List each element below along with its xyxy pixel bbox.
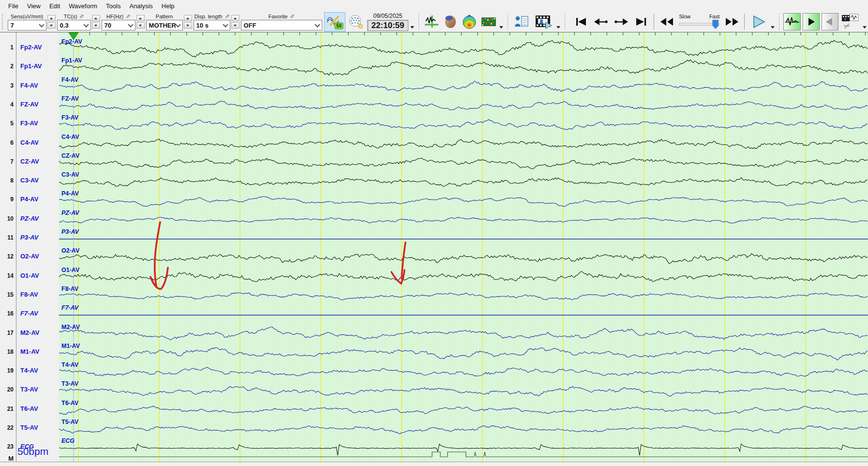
channel-label-pz-av[interactable]: PZ-AV	[20, 215, 39, 222]
waveform-review-button[interactable]	[422, 12, 440, 31]
edit-pencil-icon[interactable]: ✎	[289, 14, 294, 18]
review-modes-arrow[interactable]	[499, 26, 503, 29]
head-3d-map-button[interactable]	[441, 12, 459, 31]
datetime-options-arrow[interactable]	[410, 26, 414, 29]
pattern-spin-up[interactable]	[184, 15, 192, 21]
disp-length-group: Disp. length✎ 10 s	[194, 13, 239, 31]
edit-pencil-icon[interactable]: ✎	[79, 14, 84, 18]
channel-label-t4-av[interactable]: T4-AV	[20, 367, 38, 374]
video-button[interactable]	[532, 12, 554, 31]
speed-slider[interactable]: Slow Fast	[677, 13, 721, 31]
tc-combobox[interactable]: 0.3	[57, 20, 91, 30]
montage-settings-button[interactable]: ⚙	[346, 12, 366, 31]
speed-slider-track[interactable]	[679, 23, 719, 26]
rewind-button[interactable]	[658, 12, 675, 31]
record-time[interactable]: 22:10:59	[367, 20, 408, 31]
channel-number: 20	[1, 386, 14, 393]
step-back-button[interactable]	[591, 12, 611, 31]
channel-number: 17	[1, 330, 14, 336]
tc-spin-up[interactable]	[92, 15, 100, 21]
hf-combobox[interactable]: 70	[102, 20, 135, 30]
channel-label-f3-av[interactable]: F3-AV	[20, 120, 38, 127]
menu-view[interactable]: View	[23, 1, 45, 11]
channel-label-cz-av[interactable]: CZ-AV	[20, 158, 39, 165]
channel-label-o1-av[interactable]: O1-AV	[20, 272, 39, 279]
step-forward-button[interactable]	[612, 12, 631, 31]
ac-filter-50-button[interactable]: 50	[324, 12, 345, 31]
slow-label: Slow	[679, 14, 690, 19]
toolbar-grip[interactable]	[2, 14, 5, 30]
review-waveform-button[interactable]	[783, 13, 800, 30]
channel-label-t3-av[interactable]: T3-AV	[20, 386, 38, 393]
channel-number: 14	[1, 272, 14, 279]
channel-number: 7	[1, 158, 14, 165]
channel-number: 18	[1, 348, 14, 355]
channel-number: 5	[1, 120, 14, 127]
play-options-arrow[interactable]	[771, 26, 775, 29]
channel-label-p4-av[interactable]: P4-AV	[20, 195, 38, 203]
trace-label-fz-av: FZ-AV	[61, 95, 79, 102]
marker-row-number: M	[1, 455, 14, 462]
tc-spin-down[interactable]	[92, 22, 100, 29]
chevron-down-icon	[223, 22, 228, 27]
edit-pencil-icon[interactable]: ✎	[224, 14, 229, 18]
red-annotation-arrow-1-head	[150, 268, 168, 289]
hf-spin-down[interactable]	[136, 22, 145, 29]
svg-text:50: 50	[336, 23, 342, 29]
channel-label-p3-av[interactable]: P3-AV	[20, 234, 38, 241]
menu-help[interactable]: Help	[157, 1, 179, 11]
pattern-combobox[interactable]: MOTHER	[146, 20, 183, 30]
channel-label-t6-av[interactable]: T6-AV	[20, 405, 38, 412]
pattern-spin-down[interactable]	[184, 22, 192, 29]
favorite-label: Favorite✎	[241, 13, 322, 20]
sens-spin-up[interactable]	[47, 15, 56, 21]
topo-map-button[interactable]	[460, 12, 478, 31]
channel-number: 22	[1, 424, 14, 431]
video-options-arrow[interactable]	[556, 26, 560, 29]
menu-edit[interactable]: Edit	[45, 1, 64, 11]
sens-label: Sens(uV/mm)	[8, 13, 46, 20]
patient-info-button[interactable]	[512, 12, 532, 31]
chevron-down-icon	[83, 22, 89, 27]
clip-options-arrow[interactable]	[863, 26, 867, 29]
skip-to-end-button[interactable]	[632, 12, 650, 31]
channel-number: 15	[1, 291, 14, 298]
favorite-combobox[interactable]: OFF	[241, 20, 322, 30]
spectrogram-button[interactable]	[479, 12, 498, 31]
channel-label-c4-av[interactable]: C4-AV	[20, 139, 39, 146]
video-film-icon	[535, 15, 553, 29]
play-reverse-disabled-button[interactable]	[822, 13, 838, 30]
skip-to-start-button[interactable]	[572, 12, 590, 31]
speed-slider-thumb[interactable]	[712, 20, 718, 29]
disp-length-combobox[interactable]: 10 s	[194, 20, 230, 30]
channel-label-f8-av[interactable]: F8-AV	[20, 291, 38, 298]
play-forward-green-button[interactable]	[803, 13, 820, 30]
hf-spin-up[interactable]	[136, 15, 145, 21]
clip-video-button[interactable]: ✂	[840, 12, 861, 31]
channel-label-c3-av[interactable]: C3-AV	[20, 177, 39, 184]
sens-combobox[interactable]: 7	[8, 20, 46, 30]
play-button[interactable]	[748, 12, 769, 31]
channel-label-fp2-av[interactable]: Fp2-AV	[20, 44, 42, 51]
menu-analysis[interactable]: Analysis	[125, 1, 157, 11]
menu-file[interactable]: File	[4, 1, 23, 11]
sens-spin-down[interactable]	[47, 22, 56, 29]
tc-group: TC(s)✎ 0.3	[57, 13, 100, 31]
channel-label-f7-av[interactable]: F7-AV	[20, 310, 38, 317]
channel-label-t5-av[interactable]: T5-AV	[20, 424, 38, 431]
channel-label-f4-av[interactable]: F4-AV	[20, 82, 38, 89]
disp-length-spin-up[interactable]	[231, 15, 239, 21]
channel-number: 10	[1, 215, 14, 222]
channel-label-fp1-av[interactable]: Fp1-AV	[20, 62, 42, 70]
waveform-plot[interactable]: Fp2-AVFp1-AVF4-AVFZ-AVF3-AVC4-AVCZ-AVC3-…	[59, 32, 868, 463]
disp-length-spin-down[interactable]	[231, 22, 239, 29]
menu-tools[interactable]: Tools	[102, 1, 125, 11]
channel-label-fz-av[interactable]: FZ-AV	[20, 101, 38, 108]
edit-pencil-icon[interactable]: ✎	[125, 14, 130, 18]
menu-waveform[interactable]: Waveform	[64, 1, 102, 11]
toolbar-separator	[654, 14, 655, 30]
fast-forward-button[interactable]	[723, 12, 741, 31]
channel-label-m1-av[interactable]: M1-AV	[20, 348, 39, 355]
channel-label-m2-av[interactable]: M2-AV	[20, 329, 39, 336]
channel-label-o2-av[interactable]: O2-AV	[20, 253, 39, 260]
